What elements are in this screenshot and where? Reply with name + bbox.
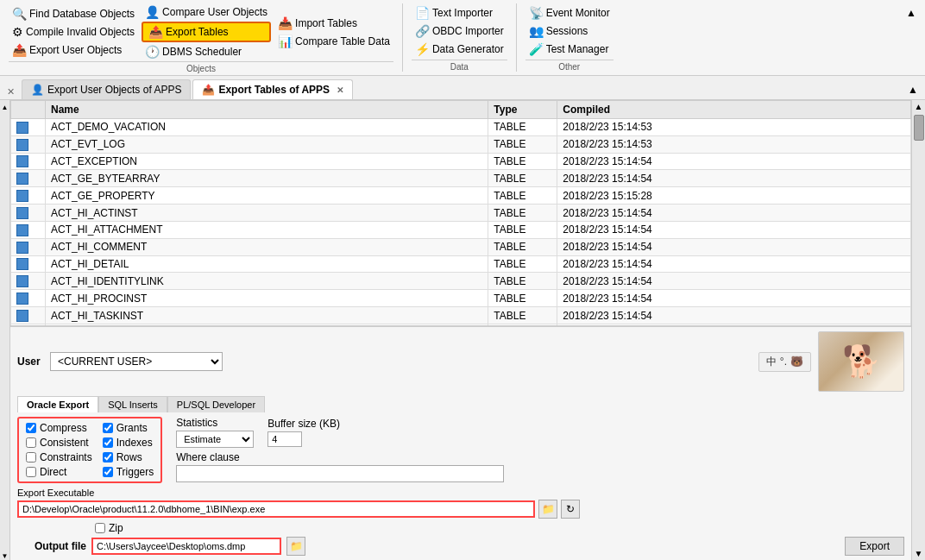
- table-container[interactable]: Name Type Compiled ACT_DEMO_VACATION TAB…: [10, 100, 911, 326]
- right-scrollbar[interactable]: ▲ ▼: [911, 100, 925, 560]
- test-manager-btn[interactable]: 🧪 Test Manager: [525, 41, 614, 58]
- table-row[interactable]: ACT_EXCEPTION TABLE 2018/2/23 15:14:54: [11, 153, 911, 170]
- tab-tables-close[interactable]: ✕: [337, 85, 343, 95]
- exec-refresh-btn[interactable]: ↻: [561, 500, 580, 519]
- output-label: Output file: [17, 540, 86, 552]
- consistent-checkbox[interactable]: [26, 437, 36, 448]
- buffer-input[interactable]: [267, 431, 302, 447]
- import-tables-btn[interactable]: 📥 Import Tables: [274, 15, 393, 32]
- event-monitor-btn[interactable]: 📡 Event Monitor: [525, 4, 614, 22]
- exec-input[interactable]: D:\Develop\Oracle\product\11.2.0\dbhome_…: [17, 500, 535, 518]
- where-input[interactable]: [176, 465, 504, 482]
- where-section: Where clause: [176, 451, 904, 482]
- scroll-down-arrow[interactable]: ▼: [913, 547, 925, 560]
- table-row[interactable]: ACT_HI_TASKINST TABLE 2018/2/23 15:14:54: [11, 307, 911, 324]
- row-type: TABLE: [488, 238, 557, 255]
- table-row[interactable]: ACT_DEMO_VACATION TABLE 2018/2/23 15:14:…: [11, 119, 911, 136]
- row-name: ACT_HI_COMMENT: [46, 238, 488, 255]
- sql-inserts-tab[interactable]: SQL Inserts: [98, 396, 167, 412]
- row-compiled: 2018/2/23 15:14:53: [557, 135, 911, 153]
- export-tabs: Oracle Export SQL Inserts PL/SQL Develop…: [17, 396, 904, 412]
- compile-invalid-btn[interactable]: ⚙ Compile Invalid Objects: [9, 23, 138, 41]
- sidebar-arrow-down[interactable]: ▼: [2, 552, 9, 560]
- indexes-checkbox-row[interactable]: Indexes: [103, 437, 154, 449]
- table-row[interactable]: ACT_HI_IDENTITYLINK TABLE 2018/2/23 15:1…: [11, 273, 911, 290]
- grants-checkbox-row[interactable]: Grants: [103, 422, 154, 434]
- row-type: TABLE: [488, 290, 557, 307]
- user-select[interactable]: <CURRENT USER>: [50, 352, 223, 371]
- row-name: ACT_EXCEPTION: [46, 153, 488, 170]
- constraints-checkbox[interactable]: [26, 452, 36, 462]
- data-table: Name Type Compiled ACT_DEMO_VACATION TAB…: [10, 100, 911, 326]
- table-row[interactable]: ACT_GE_PROPERTY TABLE 2018/2/23 15:15:28: [11, 187, 911, 204]
- row-name: ACT_EVT_LOG: [46, 135, 488, 153]
- exec-section: Export Executable D:\Develop\Oracle\prod…: [17, 488, 904, 519]
- export-user-btn[interactable]: 📤 Export User Objects: [9, 41, 138, 59]
- sidebar-arrow-up[interactable]: ▲: [2, 104, 9, 111]
- triggers-checkbox-row[interactable]: Triggers: [103, 466, 154, 478]
- compress-checkbox-row[interactable]: Compress: [26, 422, 92, 434]
- row-name: ACT_GE_BYTEARRAY: [46, 170, 488, 187]
- grants-checkbox[interactable]: [103, 423, 113, 433]
- collapse-icon[interactable]: ▲: [906, 7, 916, 19]
- constraints-checkbox-row[interactable]: Constraints: [26, 451, 92, 463]
- table-row[interactable]: ACT_HI_ATTACHMENT TABLE 2018/2/23 15:14:…: [11, 221, 911, 238]
- tab-export-user[interactable]: 👤 Export User Objects of APPS: [22, 79, 191, 99]
- compare-user-btn[interactable]: 👤 Compare User Objects: [142, 3, 271, 21]
- compare-table-btn[interactable]: 📊 Compare Table Data: [274, 33, 393, 50]
- tab-tables-label: Export Tables of APPS: [218, 84, 330, 96]
- tabs-collapse-icon[interactable]: ▲: [904, 80, 922, 99]
- row-icon-cell: [11, 290, 46, 307]
- table-row[interactable]: ACT_GE_BYTEARRAY TABLE 2018/2/23 15:14:5…: [11, 170, 911, 187]
- table-row[interactable]: ACT_HI_ACTINST TABLE 2018/2/23 15:14:54: [11, 204, 911, 222]
- checkboxes-left: Compress Consistent Constraints Dir: [26, 422, 92, 478]
- user-row: User <CURRENT USER> 中 °. 🐻 🐕: [17, 331, 904, 392]
- find-database-objects-btn[interactable]: 🔍 Find Database Objects: [9, 5, 138, 22]
- dbms-scheduler-btn[interactable]: 🕐 DBMS Scheduler: [142, 43, 271, 60]
- where-label: Where clause: [176, 451, 904, 463]
- text-importer-btn[interactable]: 📄 Text Importer: [412, 4, 507, 22]
- row-icon-cell: [11, 170, 46, 187]
- zip-row[interactable]: Zip: [95, 522, 904, 534]
- table-row[interactable]: ACT_HI_DETAIL TABLE 2018/2/23 15:14:54: [11, 255, 911, 273]
- plsql-developer-tab[interactable]: PL/SQL Developer: [167, 396, 265, 412]
- rows-checkbox-row[interactable]: Rows: [103, 451, 154, 463]
- exec-browse-btn[interactable]: 📁: [538, 500, 557, 519]
- odbc-importer-btn[interactable]: 🔗 OBDC Importer: [412, 22, 507, 40]
- compare-user-label: Compare User Objects: [162, 6, 267, 18]
- consistent-checkbox-row[interactable]: Consistent: [26, 437, 92, 449]
- indexes-checkbox[interactable]: [103, 437, 113, 448]
- export-action-btn[interactable]: Export: [845, 537, 904, 556]
- toolbar-group-objects: 🔍 Find Database Objects ⚙ Compile Invali…: [5, 3, 403, 72]
- scroll-up-arrow[interactable]: ▲: [913, 100, 925, 113]
- scroll-thumb[interactable]: [914, 115, 924, 141]
- direct-checkbox-row[interactable]: Direct: [26, 466, 92, 478]
- ime-area: 中 °. 🐻: [758, 352, 811, 372]
- direct-checkbox[interactable]: [26, 467, 36, 477]
- output-browse-btn[interactable]: 📁: [286, 537, 305, 556]
- row-type: TABLE: [488, 273, 557, 290]
- output-input[interactable]: C:\Users\Jaycee\Desktop\oms.dmp: [91, 538, 281, 555]
- table-row[interactable]: ACT_HI_PROCINST TABLE 2018/2/23 15:14:54: [11, 290, 911, 307]
- data-generator-btn[interactable]: ⚡ Data Generator: [412, 41, 507, 58]
- export-tables-btn[interactable]: 📤 Export Tables: [142, 22, 271, 42]
- zip-checkbox[interactable]: [95, 523, 105, 533]
- tab-user-icon: 👤: [31, 84, 44, 96]
- pane-close-x[interactable]: ✕: [3, 85, 18, 99]
- checkboxes-right: Grants Indexes Rows Triggers: [103, 422, 154, 478]
- table-row[interactable]: ACT_EVT_LOG TABLE 2018/2/23 15:14:53: [11, 135, 911, 153]
- row-compiled: 2018/2/23 15:14:54: [557, 221, 911, 238]
- indexes-label: Indexes: [116, 437, 153, 449]
- options-area: Compress Consistent Constraints Dir: [17, 417, 904, 483]
- compress-checkbox[interactable]: [26, 423, 36, 433]
- odbc-icon: 🔗: [415, 24, 430, 38]
- tab-export-tables[interactable]: 📤 Export Tables of APPS ✕: [192, 79, 353, 99]
- triggers-checkbox[interactable]: [103, 467, 113, 477]
- rows-checkbox[interactable]: [103, 452, 113, 462]
- test-icon: 🧪: [529, 42, 544, 56]
- oracle-export-tab[interactable]: Oracle Export: [17, 396, 98, 412]
- compare-table-icon: 📊: [278, 35, 293, 48]
- table-row[interactable]: ACT_HI_COMMENT TABLE 2018/2/23 15:14:54: [11, 238, 911, 255]
- sessions-btn[interactable]: 👥 Sessions: [525, 22, 614, 40]
- statistics-select[interactable]: Estimate: [176, 431, 254, 448]
